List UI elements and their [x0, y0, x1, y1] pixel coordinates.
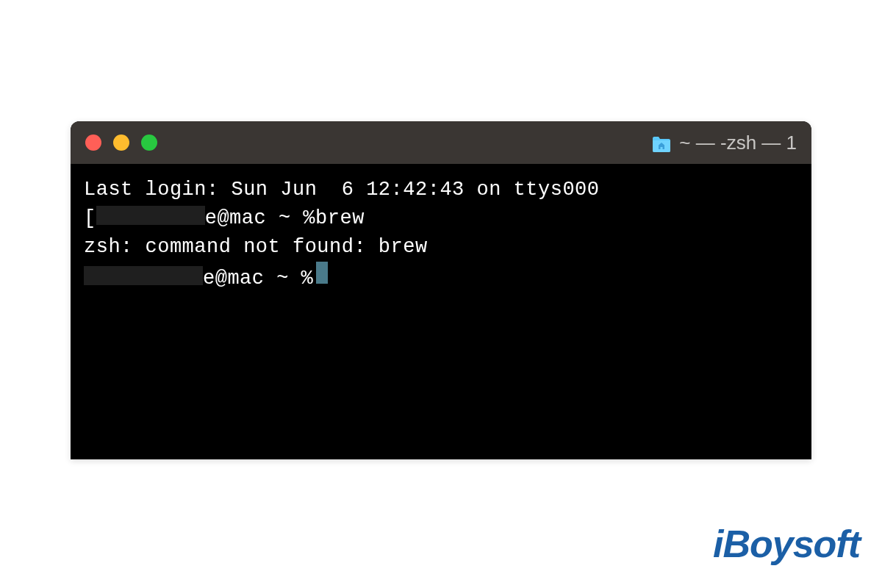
minimize-button[interactable]: [113, 135, 129, 151]
watermark-text: iBoysoft: [713, 523, 860, 565]
terminal-output[interactable]: Last login: Sun Jun 6 12:42:43 on ttys00…: [71, 164, 811, 306]
terminal-line-error: zsh: command not found: brew: [84, 233, 798, 262]
watermark-logo: iBoysoft: [713, 522, 860, 566]
traffic-lights: [85, 135, 157, 151]
home-folder-icon: [651, 135, 672, 151]
close-button[interactable]: [85, 135, 101, 151]
prompt-text: e@mac ~ %: [205, 204, 315, 233]
prompt-text: e@mac ~ %: [203, 265, 313, 293]
terminal-line-login: Last login: Sun Jun 6 12:42:43 on ttys00…: [84, 176, 798, 204]
window-title-bar: ~ — -zsh — 1: [71, 121, 811, 164]
redacted-username: [84, 266, 203, 285]
terminal-cursor: [316, 262, 328, 284]
prompt-bracket: [: [84, 204, 96, 233]
window-title-text: ~ — -zsh — 1: [679, 132, 797, 154]
entered-command: brew: [315, 204, 365, 233]
redacted-username: [96, 206, 205, 225]
terminal-window: ~ — -zsh — 1 Last login: Sun Jun 6 12:42…: [71, 121, 811, 459]
terminal-line-command-1: [e@mac ~ % brew: [84, 204, 798, 233]
terminal-line-prompt-2: e@mac ~ %: [84, 262, 798, 293]
window-title: ~ — -zsh — 1: [651, 132, 797, 154]
maximize-button[interactable]: [141, 135, 157, 151]
